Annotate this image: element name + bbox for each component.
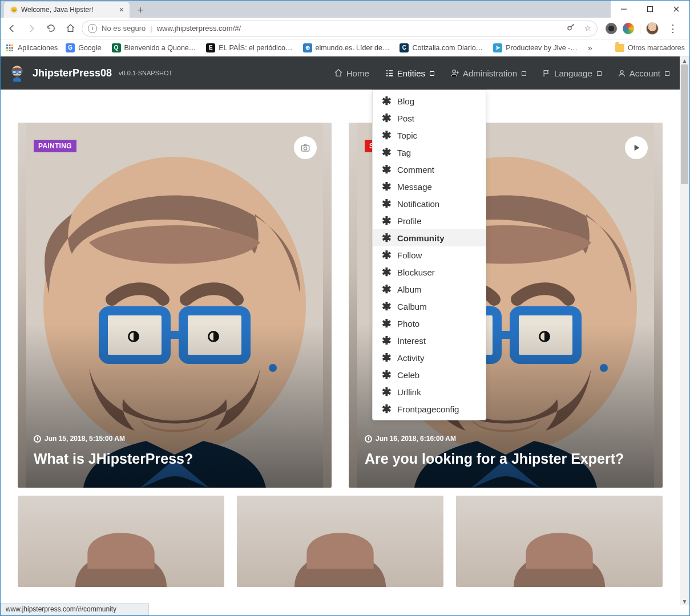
status-url: www.jhipsterpress.com/#/community <box>6 605 116 613</box>
menu-item-label: Post <box>397 114 414 123</box>
window-titlebar: 😊 Welcome, Java Hipster! × + <box>1 1 689 18</box>
card-thumbnail[interactable] <box>18 496 224 587</box>
asterisk-icon: ✱ <box>382 181 392 192</box>
hipster-avatar-icon <box>18 123 332 488</box>
article-card[interactable]: PAINTING Jun 15, 2018, 5:15:00 AM What i… <box>18 123 332 488</box>
brand-title: JhipsterPress08 <box>33 67 112 79</box>
svg-rect-10 <box>11 47 13 48</box>
key-icon[interactable] <box>566 22 576 34</box>
forward-button[interactable] <box>23 21 39 37</box>
clock-icon <box>34 435 41 443</box>
svg-rect-1 <box>648 7 653 12</box>
bookmark-label: EL PAÍS: el periódico… <box>219 44 292 52</box>
bookmark-item[interactable]: ➤Producteev by Jive -… <box>493 43 578 52</box>
menu-item-label: Photo <box>397 319 419 329</box>
entities-menu-item-profile[interactable]: ✱Profile <box>373 212 486 229</box>
other-bookmarks-label: Otros marcadores <box>628 44 685 52</box>
window-close-button[interactable] <box>663 1 689 18</box>
address-bar[interactable]: i No es seguro | www.jhipsterpress.com/#… <box>82 21 598 37</box>
asterisk-icon: ✱ <box>382 318 392 329</box>
scroll-up-icon[interactable]: ▲ <box>680 56 689 64</box>
browser-menu-button[interactable]: ⋮ <box>664 22 681 35</box>
brand-version: v0.0.1-SNAPSHOT <box>119 70 172 76</box>
entities-menu-item-blockuser[interactable]: ✱Blockuser <box>373 264 486 281</box>
bookmark-favicon-icon: ⊕ <box>303 43 312 52</box>
entities-menu-item-topic[interactable]: ✱Topic <box>373 127 486 144</box>
flag-icon <box>542 69 551 78</box>
svg-point-4 <box>568 27 571 30</box>
brand[interactable]: JhipsterPress08 v0.0.1-SNAPSHOT <box>7 63 172 83</box>
svg-rect-8 <box>6 47 8 48</box>
menu-item-label: Message <box>397 182 432 192</box>
bookmark-item[interactable]: GGoogle <box>66 43 101 52</box>
bookmark-item[interactable]: QBienvenido a Quone… <box>112 43 196 52</box>
nav-account-label: Account <box>630 68 660 78</box>
extension-icon[interactable] <box>623 23 634 34</box>
caret-icon <box>430 71 434 76</box>
extension-icon[interactable] <box>606 23 617 34</box>
entities-menu-item-follow[interactable]: ✱Follow <box>373 246 486 264</box>
entities-menu-item-post[interactable]: ✱Post <box>373 110 486 127</box>
nav-entities[interactable]: Entities <box>385 68 434 78</box>
menu-item-label: Notification <box>397 199 439 209</box>
card-date: Jun 15, 2018, 5:15:00 AM <box>45 435 125 443</box>
entities-menu-item-notification[interactable]: ✱Notification <box>373 195 486 212</box>
nav-home-label: Home <box>346 68 369 78</box>
scrollbar-thumb[interactable] <box>681 64 688 184</box>
entities-menu-item-comment[interactable]: ✱Comment <box>373 161 486 178</box>
bookmark-item[interactable]: EEL PAÍS: el periódico… <box>206 43 292 52</box>
back-button[interactable] <box>4 21 20 37</box>
entities-menu-item-urllink[interactable]: ✱Urllink <box>373 383 486 400</box>
entities-menu-item-message[interactable]: ✱Message <box>373 178 486 195</box>
asterisk-icon: ✱ <box>382 283 392 295</box>
svg-rect-6 <box>9 44 11 46</box>
scroll-down-icon[interactable]: ▼ <box>680 597 689 605</box>
url-host: www.jhipsterpress.com <box>157 24 233 33</box>
bookmark-star-icon[interactable]: ☆ <box>584 24 591 33</box>
entities-menu-item-activity[interactable]: ✱Activity <box>373 349 486 366</box>
user-icon <box>618 69 626 78</box>
nav-home[interactable]: Home <box>334 68 369 78</box>
entities-menu-item-interest[interactable]: ✱Interest <box>373 332 486 349</box>
entities-menu-item-celeb[interactable]: ✱Celeb <box>373 366 486 383</box>
asterisk-icon: ✱ <box>382 249 392 261</box>
apps-shortcut[interactable]: Aplicaciones <box>5 43 58 52</box>
category-badge[interactable]: PAINTING <box>34 140 76 152</box>
bookmark-item[interactable]: ⊕elmundo.es. Líder de… <box>303 43 390 52</box>
caret-icon <box>665 71 669 76</box>
entities-menu-item-photo[interactable]: ✱Photo <box>373 315 486 332</box>
bookmark-item[interactable]: CCotizalia.com Diario… <box>400 43 483 52</box>
page-viewport: JhipsterPress08 v0.0.1-SNAPSHOT Home Ent… <box>1 56 689 615</box>
media-type-button[interactable] <box>294 136 317 159</box>
entities-menu-item-album[interactable]: ✱Album <box>373 281 486 298</box>
entities-menu-item-calbum[interactable]: ✱Calbum <box>373 298 486 315</box>
media-type-button[interactable] <box>625 136 648 159</box>
nav-account[interactable]: Account <box>618 68 669 78</box>
browser-tab[interactable]: 😊 Welcome, Java Hipster! × <box>4 2 130 18</box>
close-tab-icon[interactable]: × <box>119 5 124 14</box>
nav-language[interactable]: Language <box>542 68 602 78</box>
entities-menu-item-frontpageconfig[interactable]: ✱Frontpageconfig <box>373 400 486 418</box>
entities-menu-item-tag[interactable]: ✱Tag <box>373 144 486 161</box>
entities-menu-item-blog[interactable]: ✱Blog <box>373 92 486 110</box>
nav-admin[interactable]: Administration <box>450 68 526 78</box>
asterisk-icon: ✱ <box>382 403 392 415</box>
other-bookmarks-button[interactable]: Otros marcadores <box>615 44 685 52</box>
vertical-scrollbar[interactable]: ▲ ▼ <box>680 56 689 605</box>
card-thumbnail[interactable] <box>456 496 663 587</box>
bookmarks-bar: Aplicaciones GGoogleQBienvenido a Quone…… <box>1 39 689 56</box>
site-info-icon[interactable]: i <box>88 24 97 33</box>
home-button[interactable] <box>62 21 78 37</box>
svg-rect-28 <box>26 123 323 488</box>
bookmarks-overflow-button[interactable]: » <box>588 43 592 52</box>
window-maximize-button[interactable] <box>637 1 663 18</box>
bookmark-favicon-icon: E <box>206 43 215 52</box>
window-minimize-button[interactable] <box>611 1 637 18</box>
entities-menu-item-community[interactable]: ✱Community <box>373 229 486 246</box>
caret-icon <box>597 71 602 76</box>
profile-avatar[interactable] <box>646 22 659 35</box>
reload-button[interactable] <box>43 21 59 37</box>
card-thumbnail[interactable] <box>237 496 443 587</box>
new-tab-button[interactable]: + <box>133 3 148 18</box>
asterisk-icon: ✱ <box>382 198 392 209</box>
